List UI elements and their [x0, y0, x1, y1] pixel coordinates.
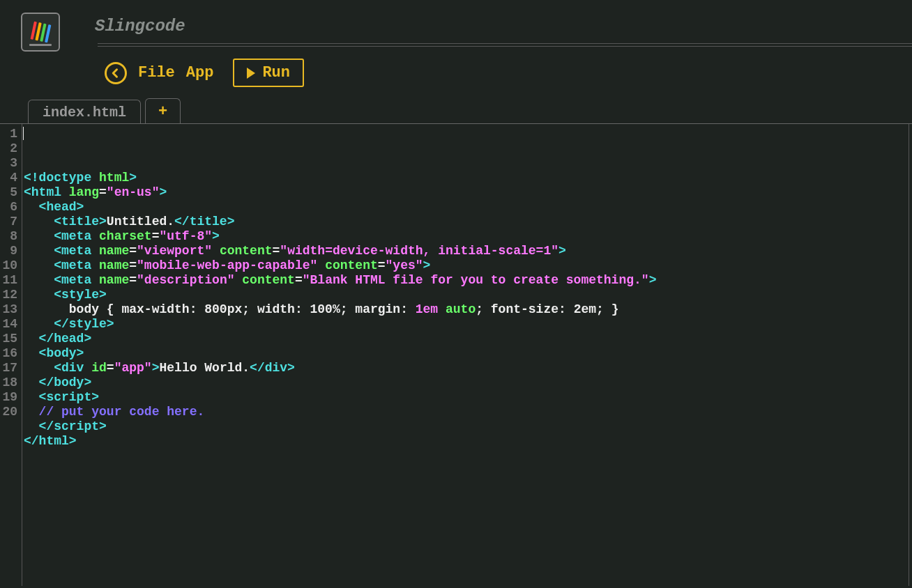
token: ; } — [596, 302, 618, 316]
code-line[interactable]: <div id="app">Hello World.</div> — [24, 361, 909, 376]
token: </body> — [39, 376, 92, 389]
app-logo[interactable] — [21, 13, 60, 52]
line-number: 9 — [0, 244, 17, 258]
token: Hello World. — [159, 361, 250, 375]
menu-app[interactable]: App — [186, 64, 214, 82]
code-line[interactable]: <body> — [24, 346, 909, 361]
code-line[interactable]: <meta name="mobile-web-app-capable" cont… — [24, 258, 909, 273]
run-button-label: Run — [262, 64, 290, 82]
token: "width=device-width, initial-scale=1" — [280, 244, 558, 258]
token: </html> — [24, 434, 77, 448]
token: "yes" — [386, 258, 423, 272]
code-line[interactable] — [24, 449, 909, 463]
code-line[interactable]: <meta name="description" content="Blank … — [24, 273, 909, 288]
token: name — [99, 273, 129, 287]
code-area[interactable]: <!doctype html><html lang="en-us"> <head… — [22, 124, 909, 586]
code-line[interactable]: </head> — [24, 332, 909, 346]
code-line[interactable]: <meta charset="utf-8"> — [24, 229, 909, 244]
token: = — [295, 273, 303, 287]
token: <html — [24, 185, 69, 199]
code-line[interactable]: <title>Untitled.</title> — [24, 215, 909, 229]
token: <meta — [54, 229, 99, 243]
token: body — [69, 302, 99, 316]
token: <meta — [54, 273, 99, 287]
code-line[interactable]: </body> — [24, 376, 909, 390]
token: = — [129, 273, 137, 287]
code-line[interactable]: <style> — [24, 288, 909, 302]
divider — [98, 43, 912, 44]
token: ; — [340, 302, 356, 316]
token — [317, 258, 325, 272]
line-number: 13 — [0, 302, 17, 317]
line-number: 3 — [0, 156, 17, 171]
line-number: 17 — [0, 361, 17, 376]
token: content — [242, 273, 295, 287]
token: > — [159, 185, 167, 199]
line-number: 20 — [0, 405, 17, 419]
line-number: 4 — [0, 171, 17, 185]
token: = — [378, 258, 386, 272]
token — [438, 302, 446, 316]
code-line[interactable]: <head> — [24, 200, 909, 215]
token: <script> — [39, 390, 99, 404]
line-number: 7 — [0, 215, 17, 229]
token: : — [558, 302, 574, 316]
token: <body> — [39, 346, 84, 360]
token: </head> — [39, 332, 92, 346]
token: : — [295, 302, 310, 316]
add-tab-button[interactable]: + — [145, 98, 181, 123]
token: id — [91, 361, 107, 375]
line-number: 15 — [0, 332, 17, 346]
token: "viewport" — [137, 244, 212, 258]
token: </title> — [174, 215, 234, 229]
token: <div — [54, 361, 91, 375]
token: = — [107, 361, 114, 375]
header: Slingcode — [0, 0, 912, 50]
token: name — [99, 244, 129, 258]
token: 100% — [310, 302, 340, 316]
code-line[interactable]: // put your code here. — [24, 405, 909, 419]
token: = — [129, 244, 137, 258]
text-cursor — [23, 127, 24, 140]
code-line[interactable]: <meta name="viewport" content="width=dev… — [24, 244, 909, 258]
token: <!doctype — [24, 171, 99, 185]
token: // put your code here. — [39, 405, 205, 419]
line-number: 5 — [0, 185, 17, 200]
token: "mobile-web-app-capable" — [137, 258, 317, 272]
code-line[interactable]: <script> — [24, 390, 909, 405]
code-line[interactable]: <!doctype html> — [24, 171, 909, 185]
back-button[interactable] — [105, 62, 127, 84]
token: charset — [99, 229, 152, 243]
token: html — [99, 171, 129, 185]
token: > — [649, 273, 657, 287]
tab-index-html[interactable]: index.html — [28, 100, 141, 123]
token: content — [325, 258, 378, 272]
menu-file[interactable]: File — [138, 64, 175, 82]
token: 800px — [204, 302, 242, 316]
code-line[interactable]: </script> — [24, 419, 909, 434]
code-line[interactable]: </html> — [24, 434, 909, 449]
logo-underline — [29, 44, 52, 46]
token: > — [558, 244, 566, 258]
token: Untitled. — [107, 215, 174, 229]
line-gutter: 1234567891011121314151617181920 — [0, 124, 22, 586]
code-line[interactable]: <html lang="en-us"> — [24, 185, 909, 200]
line-number: 10 — [0, 258, 17, 273]
code-line[interactable]: body { max-width: 800px; width: 100%; ma… — [24, 302, 909, 317]
tabs-row: index.html + — [0, 95, 912, 123]
arrow-left-icon — [109, 67, 122, 79]
token: </script> — [39, 419, 107, 433]
token — [212, 244, 220, 258]
token: auto — [446, 302, 476, 316]
code-line[interactable]: </style> — [24, 317, 909, 332]
token: width — [257, 302, 295, 316]
line-number: 8 — [0, 229, 17, 244]
token: = — [152, 229, 160, 243]
toolbar: File App Run — [0, 50, 912, 95]
token — [235, 273, 243, 287]
play-icon — [247, 68, 255, 79]
run-button[interactable]: Run — [233, 59, 304, 87]
line-number: 11 — [0, 273, 17, 288]
editor: 1234567891011121314151617181920 <!doctyp… — [0, 123, 912, 586]
line-number: 6 — [0, 200, 17, 215]
